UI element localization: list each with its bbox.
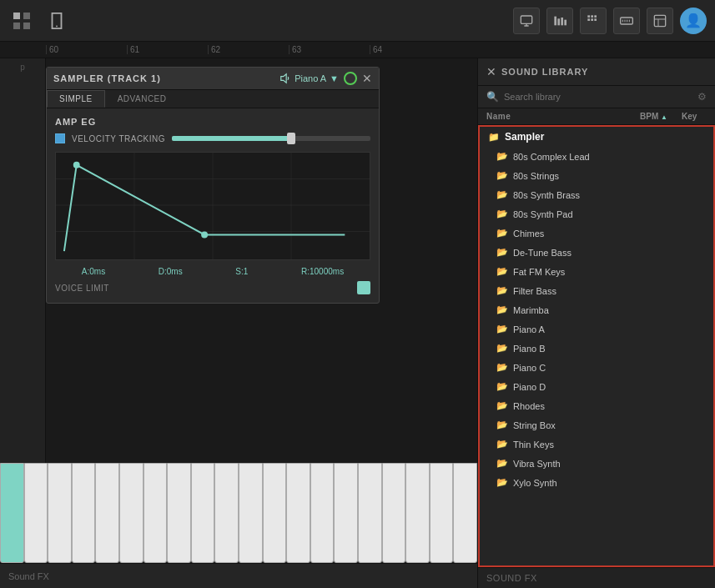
attack-value: A:0ms <box>82 267 105 276</box>
sampler-preset: Piano A ▼ <box>279 73 339 84</box>
folder-icon: 📂 <box>496 362 508 373</box>
library-item-80s-complex-lead[interactable]: 📂 80s Complex Lead <box>480 147 713 166</box>
timeline-marks: 60 61 62 63 64 <box>46 45 715 54</box>
speaker-icon <box>279 73 291 84</box>
library-item-rhodes[interactable]: 📂 Rhodes <box>480 396 713 415</box>
soundfx-bar[interactable]: Sound FX <box>478 567 715 588</box>
library-item-thin-keys[interactable]: 📂 Thin Keys <box>480 435 713 454</box>
user-avatar[interactable]: 👤 <box>680 8 707 34</box>
library-item-piano-a[interactable]: 📂 Piano A <box>480 319 713 339</box>
folder-icon: 📂 <box>496 209 508 219</box>
white-key[interactable] <box>48 463 72 563</box>
library-item-80s-strings[interactable]: 📂 80s Strings <box>480 166 713 185</box>
tab-simple[interactable]: SIMPLE <box>47 90 105 108</box>
library-item-xylo-synth[interactable]: 📂 Xylo Synth <box>480 473 713 492</box>
library-item-marimba[interactable]: 📂 Marimba <box>480 300 713 319</box>
phone-icon[interactable] <box>43 8 70 34</box>
white-key[interactable] <box>0 463 24 563</box>
white-key[interactable] <box>382 463 406 563</box>
white-key[interactable] <box>239 463 263 563</box>
grid-icon[interactable] <box>8 8 35 34</box>
svg-rect-8 <box>561 18 563 25</box>
attack-label: A:0ms <box>82 267 105 276</box>
sampler-close-button[interactable]: ✕ <box>362 72 372 85</box>
timeline: 60 61 62 63 64 <box>0 42 715 58</box>
library-item-name: Piano A <box>513 324 705 334</box>
white-key[interactable] <box>430 463 454 563</box>
keyboard-icon[interactable] <box>613 8 640 34</box>
library-item-vibra-synth[interactable]: 📂 Vibra Synth <box>480 454 713 473</box>
white-key[interactable] <box>191 463 215 563</box>
library-item-piano-c[interactable]: 📂 Piano C <box>480 358 713 377</box>
white-key[interactable] <box>119 463 144 563</box>
library-item-name: Piano B <box>513 344 705 354</box>
svg-marker-24 <box>281 74 286 83</box>
library-item-de-tune-bass[interactable]: 📂 De-Tune Bass <box>480 243 713 262</box>
attack-point[interactable] <box>73 162 80 168</box>
library-item-80s-synth-pad[interactable]: 📂 80s Synth Pad <box>480 204 713 224</box>
tab-advanced[interactable]: ADVANCED <box>105 90 179 108</box>
white-key[interactable] <box>286 463 310 563</box>
library-item-filter-bass[interactable]: 📂 Filter Bass <box>480 281 713 300</box>
bottom-label: Sound FX <box>8 571 49 581</box>
library-item-string-box[interactable]: 📂 String Box <box>480 415 713 435</box>
library-columns: Name BPM ▲ Key <box>478 108 715 125</box>
filter-icon[interactable]: ⚙ <box>697 91 707 103</box>
white-key[interactable] <box>358 463 382 563</box>
library-close-button[interactable]: ✕ <box>486 65 496 78</box>
library-item-name: Xylo Synth <box>513 478 705 488</box>
velocity-checkbox[interactable] <box>55 133 65 143</box>
library-item-name: Sampler <box>505 131 705 143</box>
library-item-name: Fat FM Keys <box>513 267 705 277</box>
piano-keyboard[interactable] <box>0 463 477 563</box>
preset-dropdown-icon[interactable]: ▼ <box>330 73 339 83</box>
library-item-sampler[interactable]: 📁 Sampler <box>480 127 713 147</box>
white-key[interactable] <box>263 463 287 563</box>
monitor-icon[interactable] <box>513 8 540 34</box>
library-item-chimes[interactable]: 📂 Chimes <box>480 224 713 243</box>
white-key[interactable] <box>72 463 96 563</box>
velocity-row: VELOCITY TRACKING <box>55 133 370 143</box>
power-button[interactable] <box>344 72 357 85</box>
box-icon[interactable] <box>647 8 673 34</box>
bars-icon[interactable] <box>546 8 573 34</box>
main-area: p SAMPLER (TRACK 1) Piano A ▼ ✕ <box>0 58 715 588</box>
folder-icon: 📁 <box>488 132 500 143</box>
white-key[interactable] <box>453 463 477 563</box>
voice-row: VOICE LIMIT <box>55 281 370 294</box>
library-list[interactable]: 📁 Sampler 📂 80s Complex Lead 📂 80s Strin… <box>478 125 715 567</box>
timeline-mark: 63 <box>289 45 370 54</box>
svg-rect-14 <box>591 18 593 21</box>
library-item-piano-b[interactable]: 📂 Piano B <box>480 339 713 358</box>
grid2-icon[interactable] <box>580 8 607 34</box>
white-key[interactable] <box>214 463 239 563</box>
white-key[interactable] <box>95 463 119 563</box>
white-key[interactable] <box>405 463 430 563</box>
adsr-labels: A:0ms D:0ms S:1 R:10000ms <box>55 267 370 276</box>
library-item-name: 80s Synth Pad <box>513 209 705 219</box>
folder-icon: 📂 <box>496 477 508 488</box>
library-item-name: Thin Keys <box>513 440 705 450</box>
folder-icon: 📂 <box>496 228 508 239</box>
column-bpm: BPM ▲ <box>640 112 682 121</box>
svg-rect-1 <box>23 13 30 19</box>
velocity-slider-thumb[interactable] <box>287 133 295 144</box>
library-item-fat-fm-keys[interactable]: 📂 Fat FM Keys <box>480 262 713 281</box>
library-item-piano-d[interactable]: 📂 Piano D <box>480 377 713 396</box>
library-item-80s-synth-brass[interactable]: 📂 80s Synth Brass <box>480 185 713 204</box>
white-key[interactable] <box>144 463 168 563</box>
svg-rect-11 <box>591 15 593 18</box>
sort-arrow[interactable]: ▲ <box>661 113 667 121</box>
sustain-point[interactable] <box>201 232 208 239</box>
white-key[interactable] <box>334 463 358 563</box>
search-input[interactable] <box>504 92 692 102</box>
svg-rect-13 <box>587 18 590 21</box>
velocity-slider[interactable] <box>172 136 370 141</box>
column-key: Key <box>682 112 707 121</box>
sampler-title: SAMPLER (TRACK 1) <box>53 73 274 83</box>
folder-icon: 📂 <box>496 304 508 315</box>
white-key[interactable] <box>24 463 48 563</box>
white-key[interactable] <box>310 463 335 563</box>
bpm-label: BPM <box>640 112 658 121</box>
white-key[interactable] <box>167 463 191 563</box>
